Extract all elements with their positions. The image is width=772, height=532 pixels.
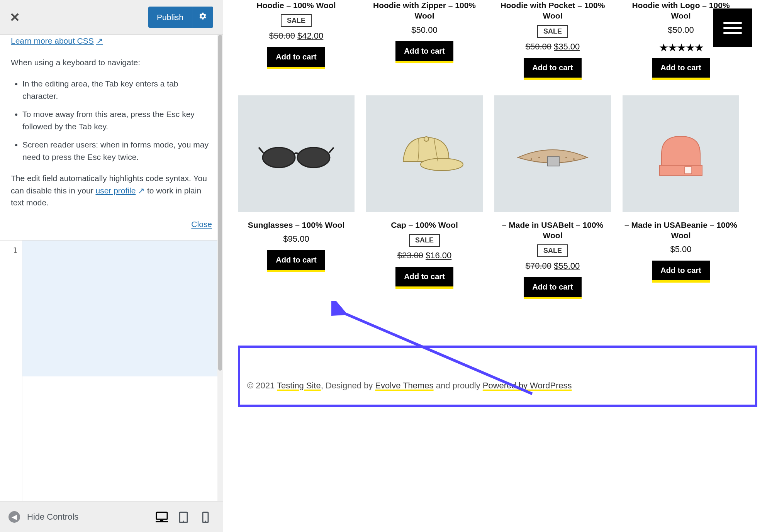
sidebar-header: ✕ Publish	[0, 0, 223, 35]
price: $5.00	[623, 244, 739, 254]
svg-point-8	[421, 158, 463, 171]
product-title[interactable]: – Made in USABelt – 100% Wool	[494, 220, 611, 241]
sale-badge: SALE	[409, 234, 440, 247]
hide-controls-button[interactable]: Hide Controls	[27, 512, 78, 522]
add-to-cart-button[interactable]: Add to cart	[652, 58, 710, 80]
hamburger-icon	[723, 19, 742, 37]
sidebar-body: Learn more about CSS ↗ When using a keyb…	[0, 35, 223, 238]
customizer-sidebar: ✕ Publish Learn more about CSS ↗ When us…	[0, 0, 223, 532]
wordpress-link[interactable]: Powered by WordPress	[483, 381, 572, 390]
product-row-1: Hoodie – 100% Wool SALE $50.00$42.00 Add…	[230, 0, 765, 80]
external-link-icon: ↗	[96, 35, 103, 47]
add-to-cart-button[interactable]: Add to cart	[395, 267, 453, 289]
gear-icon	[199, 12, 207, 22]
product-row-2: Sunglasses – 100% Wool $95.00 Add to car…	[230, 95, 765, 300]
publish-settings-button[interactable]	[192, 7, 213, 28]
svg-point-3	[183, 520, 184, 522]
site-footer: © 2021 Testing Site, Designed by Evolve …	[247, 362, 748, 391]
add-to-cart-button[interactable]: Add to cart	[524, 277, 582, 299]
product-title[interactable]: Hoodie with Pocket – 100% Wool	[494, 0, 611, 21]
product-card: Hoodie with Zipper – 100% Wool $50.00 Ad…	[366, 0, 483, 80]
add-to-cart-button[interactable]: Add to cart	[395, 41, 453, 63]
product-card: – Made in USABelt – 100% Wool SALE $70.0…	[494, 95, 611, 300]
add-to-cart-button[interactable]: Add to cart	[267, 47, 325, 69]
hamburger-menu[interactable]	[713, 8, 752, 47]
product-title[interactable]: Cap – 100% Wool	[366, 220, 483, 230]
product-card: Sunglasses – 100% Wool $95.00 Add to car…	[238, 95, 355, 300]
product-card: Cap – 100% Wool SALE $23.00$16.00 Add to…	[366, 95, 483, 300]
product-image[interactable]	[238, 95, 355, 212]
svg-point-6	[263, 147, 295, 168]
sale-badge: SALE	[537, 25, 568, 38]
sale-badge: SALE	[281, 14, 312, 27]
price: $50.00$35.00	[494, 42, 611, 52]
tablet-icon[interactable]	[179, 512, 191, 522]
collapse-icon[interactable]: ◀	[8, 511, 20, 523]
syntax-help: The edit field automatically highlights …	[11, 172, 212, 209]
theme-link[interactable]: Evolve Themes	[375, 381, 433, 390]
price: $50.00$42.00	[238, 31, 355, 41]
scrollbar-thumb[interactable]	[218, 35, 222, 371]
keyboard-intro: When using a keyboard to navigate:	[11, 56, 212, 69]
add-to-cart-button[interactable]: Add to cart	[652, 261, 710, 283]
mobile-icon[interactable]	[202, 512, 214, 522]
css-editor[interactable]: 1	[0, 241, 223, 501]
line-gutter: 1	[0, 241, 22, 501]
svg-point-14	[573, 158, 575, 160]
external-link-icon: ↗	[138, 186, 145, 195]
svg-point-9	[424, 137, 429, 141]
sale-badge: SALE	[537, 244, 568, 257]
svg-point-5	[205, 520, 206, 522]
learn-css-link[interactable]: Learn more about CSS ↗	[11, 35, 103, 47]
svg-point-11	[531, 158, 532, 160]
product-card: – Made in USABeanie – 100% Wool $5.00 Ad…	[623, 95, 739, 300]
site-title-link[interactable]: Testing Site	[277, 381, 321, 390]
list-item: To move away from this area, press the E…	[22, 108, 212, 132]
price: $95.00	[238, 234, 355, 244]
footer-highlight-box: © 2021 Testing Site, Designed by Evolve …	[238, 346, 757, 407]
list-item: In the editing area, the Tab key enters …	[22, 78, 212, 102]
product-card: Hoodie – 100% Wool SALE $50.00$42.00 Add…	[238, 0, 355, 80]
price: $23.00$16.00	[366, 251, 483, 261]
product-image[interactable]	[366, 95, 483, 212]
svg-rect-16	[685, 167, 692, 174]
svg-point-7	[297, 147, 330, 168]
css-editor-section: 1	[0, 240, 223, 501]
product-title[interactable]: – Made in USABeanie – 100% Wool	[623, 220, 739, 241]
product-image[interactable]	[494, 95, 611, 212]
price: $50.00	[366, 25, 483, 35]
product-image[interactable]	[623, 95, 739, 212]
product-title[interactable]: Hoodie with Zipper – 100% Wool	[366, 0, 483, 21]
site-preview: Hoodie – 100% Wool SALE $50.00$42.00 Add…	[223, 0, 772, 532]
product-title[interactable]: Hoodie – 100% Wool	[238, 0, 355, 10]
add-to-cart-button[interactable]: Add to cart	[524, 58, 582, 80]
desktop-icon[interactable]	[156, 512, 168, 522]
product-title[interactable]: Sunglasses – 100% Wool	[238, 220, 355, 230]
sidebar-scrollbar[interactable]	[217, 35, 223, 501]
keyboard-tips-list: In the editing area, the Tab key enters …	[22, 78, 212, 163]
publish-group: Publish	[148, 7, 213, 28]
svg-rect-0	[156, 512, 167, 519]
svg-rect-1	[160, 520, 163, 522]
product-card: Hoodie with Pocket – 100% Wool SALE $50.…	[494, 0, 611, 80]
svg-point-13	[565, 157, 567, 158]
svg-rect-10	[548, 157, 559, 166]
close-link[interactable]: Close	[11, 218, 212, 230]
device-toggle	[156, 512, 214, 522]
editor-empty[interactable]	[22, 376, 223, 502]
user-profile-link[interactable]: user profile	[95, 186, 136, 195]
svg-rect-15	[660, 165, 702, 175]
add-to-cart-button[interactable]: Add to cart	[267, 250, 325, 272]
sidebar-footer: ◀ Hide Controls	[0, 501, 223, 532]
price: $70.00$55.00	[494, 261, 611, 271]
close-icon[interactable]: ✕	[10, 10, 20, 25]
editor-line[interactable]	[22, 241, 223, 376]
list-item: Screen reader users: when in forms mode,…	[22, 139, 212, 163]
svg-point-12	[538, 157, 540, 158]
publish-button[interactable]: Publish	[148, 7, 192, 28]
